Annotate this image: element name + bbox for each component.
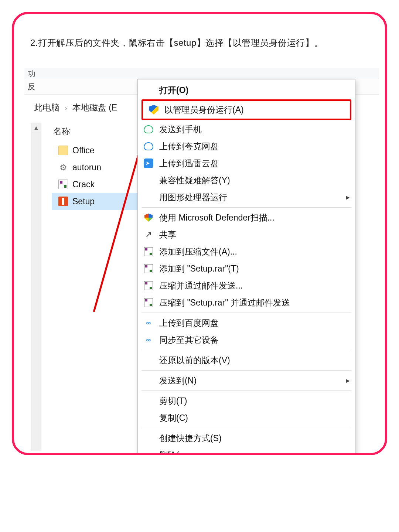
ctx-create-shortcut[interactable]: 创建快捷方式(S) (138, 430, 355, 447)
ctx-upload-baidu[interactable]: 上传到百度网盘 (138, 314, 355, 331)
highlight-run-as-admin: 以管理员身份运行(A) (141, 99, 351, 120)
ctx-send-to[interactable]: 发送到(N) (138, 372, 355, 389)
defender-shield-icon (143, 212, 154, 223)
ctx-label: 添加到 "Setup.rar"(T) (159, 263, 350, 274)
share-icon: ↗ (143, 229, 154, 240)
blank-icon (143, 433, 154, 444)
ctx-label: 上传到夸克网盘 (159, 141, 350, 152)
scroll-up-button[interactable]: ▲ (31, 123, 41, 133)
menu-separator (141, 370, 351, 371)
file-name: Setup (72, 197, 95, 207)
scrollbar-track[interactable] (31, 133, 41, 451)
rar-icon (58, 180, 68, 189)
blank-icon (143, 395, 154, 406)
ctx-send-to-phone[interactable]: 发送到手机 (138, 121, 355, 138)
gear-icon: ⚙ (58, 163, 68, 172)
ribbon-fragment: 功 (24, 68, 379, 79)
ctx-add-to-setup-rar[interactable]: 添加到 "Setup.rar"(T) (138, 260, 355, 277)
ctx-label: 压缩到 "Setup.rar" 并通过邮件发送 (159, 297, 350, 308)
ctx-upload-xunlei[interactable]: 上传到迅雷云盘 (138, 155, 355, 172)
ctx-label: 共享 (159, 229, 350, 241)
rar-icon (143, 280, 154, 291)
column-header-name[interactable]: 名称 (53, 126, 70, 137)
ctx-run-with-gpu[interactable]: 用图形处理器运行 (138, 189, 355, 206)
menu-separator (141, 428, 351, 428)
ribbon-frag-text-2: 反 (27, 81, 35, 92)
ctx-run-as-admin-label: 以管理员身份运行(A) (164, 104, 345, 116)
ctx-copy[interactable]: 复制(C) (138, 409, 355, 426)
ctx-compress-setup-email[interactable]: 压缩到 "Setup.rar" 并通过邮件发送 (138, 294, 355, 311)
file-row-setup[interactable]: Setup (52, 193, 148, 210)
file-row-autorun[interactable]: ⚙ autorun (52, 159, 148, 176)
file-name: Office (72, 146, 95, 156)
file-name: autorun (72, 163, 101, 173)
baidu-icon (143, 334, 154, 345)
file-row-office[interactable]: Office (52, 142, 148, 159)
file-name: Crack (72, 180, 95, 190)
file-list: Office ⚙ autorun Crack Setup (52, 142, 148, 210)
breadcrumb[interactable]: 此电脑 › 本地磁盘 (E (34, 102, 145, 117)
ctx-upload-quark[interactable]: 上传到夸克网盘 (138, 138, 355, 155)
ctx-label: 删除( (159, 450, 350, 456)
ctx-label: 上传到迅雷云盘 (159, 158, 350, 169)
screenshot-area: 功 反 此电脑 › 本地磁盘 (E ▲ 名称 Office ⚙ autorun … (24, 68, 379, 455)
blank-icon (143, 192, 154, 203)
ctx-open-label: 打开(O) (159, 85, 350, 96)
menu-separator (141, 391, 351, 391)
ctx-label: 兼容性疑难解答(Y) (159, 175, 350, 186)
ctx-compat-troubleshoot[interactable]: 兼容性疑难解答(Y) (138, 172, 355, 189)
chevron-right-icon: › (65, 105, 67, 112)
file-row-crack[interactable]: Crack (52, 176, 148, 193)
blank-icon (143, 375, 154, 386)
ribbon-frag-text: 功 (28, 69, 35, 79)
ctx-label: 复制(C) (159, 412, 350, 424)
ctx-label: 用图形处理器运行 (159, 192, 341, 203)
folder-icon (58, 146, 68, 155)
breadcrumb-drive[interactable]: 本地磁盘 (E (72, 103, 117, 112)
ctx-delete[interactable]: 删除( (138, 447, 355, 455)
tutorial-frame: 2.打开解压后的文件夹，鼠标右击【setup】选择【以管理员身份运行】。 功 反… (12, 12, 387, 455)
ctx-label: 剪切(T) (159, 395, 350, 407)
ctx-label: 压缩并通过邮件发送... (159, 280, 350, 291)
ctx-add-to-archive[interactable]: 添加到压缩文件(A)... (138, 243, 355, 260)
ctx-compress-email[interactable]: 压缩并通过邮件发送... (138, 277, 355, 294)
ctx-open[interactable]: 打开(O) (138, 82, 355, 99)
ctx-label: 发送到手机 (159, 124, 350, 135)
blank-icon (143, 412, 154, 423)
instruction-text: 2.打开解压后的文件夹，鼠标右击【setup】选择【以管理员身份运行】。 (30, 37, 363, 49)
office-setup-icon (58, 197, 68, 206)
rar-icon (143, 263, 154, 274)
menu-separator (141, 313, 351, 313)
ctx-label: 同步至其它设备 (159, 334, 350, 346)
ctx-defender-scan[interactable]: 使用 Microsoft Defender扫描... (138, 209, 355, 226)
ctx-label: 上传到百度网盘 (159, 317, 350, 329)
cloud-icon (143, 141, 154, 152)
ctx-label: 还原以前的版本(V) (159, 355, 350, 366)
ctx-label: 创建快捷方式(S) (159, 433, 350, 444)
ctx-share[interactable]: ↗ 共享 (138, 226, 355, 243)
blank-icon (143, 175, 154, 186)
ctx-label: 使用 Microsoft Defender扫描... (159, 212, 350, 224)
rar-icon (143, 246, 154, 257)
xunlei-icon (143, 158, 154, 169)
ctx-label: 发送到(N) (159, 375, 341, 386)
breadcrumb-pc[interactable]: 此电脑 (34, 103, 59, 112)
menu-separator (141, 350, 351, 350)
uac-shield-icon (148, 104, 159, 115)
rar-icon (143, 297, 154, 308)
blank-icon (143, 450, 154, 455)
ctx-cut[interactable]: 剪切(T) (138, 392, 355, 409)
ctx-restore-previous[interactable]: 还原以前的版本(V) (138, 352, 355, 369)
blank-icon (143, 355, 154, 366)
cloud-icon (143, 124, 154, 135)
ctx-run-as-admin[interactable]: 以管理员身份运行(A) (143, 101, 350, 119)
context-menu: 打开(O) 以管理员身份运行(A) 发送到手机 上传到夸克网盘 上传到迅雷云盘 (137, 79, 355, 455)
menu-separator (141, 207, 351, 208)
ctx-sync-baidu[interactable]: 同步至其它设备 (138, 331, 355, 348)
baidu-icon (143, 317, 154, 328)
ctx-label: 添加到压缩文件(A)... (159, 246, 350, 258)
